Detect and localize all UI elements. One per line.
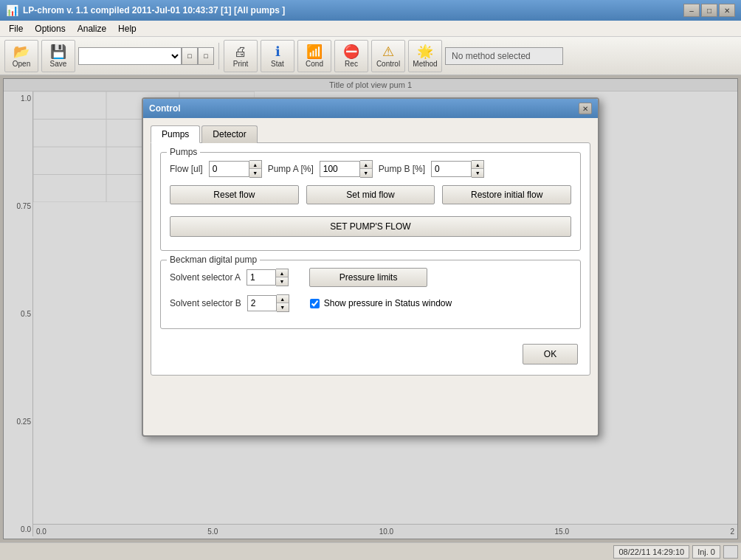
show-pressure-row: Show pressure in Status window bbox=[310, 298, 452, 308]
tab-content-pumps: Pumps Flow [ul] ▲ ▼ Pump A [%] bbox=[151, 142, 590, 376]
flow-label: Flow [ul] bbox=[170, 164, 203, 174]
tab-detector[interactable]: Detector bbox=[201, 125, 257, 143]
save-icon: 💾 bbox=[50, 44, 66, 60]
solvent-a-row: Solvent selector A ▲ ▼ Pressure limits bbox=[170, 268, 571, 287]
solvent-a-down-button[interactable]: ▼ bbox=[276, 277, 288, 286]
dropdown-btn-1[interactable]: □ bbox=[182, 47, 198, 65]
flow-spin-buttons: ▲ ▼ bbox=[249, 160, 262, 178]
pump-a-label: Pump A [%] bbox=[268, 164, 314, 174]
solvent-b-spinner: ▲ ▼ bbox=[247, 294, 289, 312]
flow-input[interactable] bbox=[209, 161, 249, 177]
solvent-b-up-button[interactable]: ▲ bbox=[277, 295, 289, 303]
control-label: Control bbox=[376, 60, 400, 68]
title-bar-left: 📊 LP-chrom v. 1.1 compiled 2011-Jul-01 1… bbox=[6, 4, 285, 16]
cond-label: Cond bbox=[306, 60, 323, 68]
solvent-b-input[interactable] bbox=[247, 295, 277, 311]
toolbar: 📂 Open 💾 Save □ □ 🖨 Print ℹ Stat 📶 Cond … bbox=[0, 37, 741, 75]
title-bar-controls: – □ ✕ bbox=[683, 4, 735, 17]
pump-b-label: Pump B [%] bbox=[379, 164, 425, 174]
cond-icon: 📶 bbox=[306, 44, 323, 60]
toolbar-separator-1 bbox=[218, 43, 219, 69]
show-pressure-checkbox[interactable] bbox=[310, 299, 320, 308]
status-bar: 08/22/11 14:29:10 Inj. 0 bbox=[0, 542, 741, 560]
rec-label: Rec bbox=[345, 60, 358, 68]
pump-a-spinner: ▲ ▼ bbox=[320, 160, 373, 178]
solvent-a-spinner: ▲ ▼ bbox=[247, 269, 289, 286]
dialog-title-bar: Control ✕ bbox=[143, 99, 598, 118]
pump-a-up-button[interactable]: ▲ bbox=[360, 161, 372, 169]
menu-analize[interactable]: Analize bbox=[72, 22, 112, 35]
ok-btn-row: OK bbox=[160, 338, 581, 366]
ok-button[interactable]: OK bbox=[523, 344, 578, 364]
solvent-a-up-button[interactable]: ▲ bbox=[276, 269, 288, 277]
solvent-b-spin-buttons: ▲ ▼ bbox=[277, 294, 289, 312]
control-dialog: Control ✕ Pumps Detector Pumps Flow [ul] bbox=[142, 97, 599, 437]
menu-bar: File Options Analize Help bbox=[0, 21, 741, 37]
open-button[interactable]: 📂 Open bbox=[4, 40, 38, 72]
dialog-close-button[interactable]: ✕ bbox=[579, 103, 592, 114]
title-bar: 📊 LP-chrom v. 1.1 compiled 2011-Jul-01 1… bbox=[0, 0, 741, 21]
modal-overlay: Control ✕ Pumps Detector Pumps Flow [ul] bbox=[0, 75, 741, 542]
set-pumps-flow-button[interactable]: SET PUMP'S FLOW bbox=[170, 216, 571, 237]
method-status: No method selected bbox=[445, 47, 563, 65]
flow-up-button[interactable]: ▲ bbox=[249, 161, 261, 169]
toolbar-dropdown: □ □ bbox=[78, 47, 214, 65]
menu-file[interactable]: File bbox=[3, 22, 29, 35]
solvent-a-input[interactable] bbox=[247, 269, 276, 286]
solvent-a-label: Solvent selector A bbox=[170, 272, 241, 283]
flow-spinner: ▲ ▼ bbox=[209, 160, 262, 178]
save-label: Save bbox=[50, 60, 67, 68]
pump-b-input[interactable] bbox=[431, 161, 472, 177]
pump-a-down-button[interactable]: ▼ bbox=[360, 169, 372, 177]
tab-pumps[interactable]: Pumps bbox=[151, 125, 200, 143]
dropdown-btn-2[interactable]: □ bbox=[198, 47, 214, 65]
show-pressure-label: Show pressure in Status window bbox=[324, 298, 452, 308]
window-title: LP-chrom v. 1.1 compiled 2011-Jul-01 10:… bbox=[23, 5, 285, 15]
pumps-group: Pumps Flow [ul] ▲ ▼ Pump A [%] bbox=[160, 152, 581, 251]
open-icon: 📂 bbox=[13, 44, 30, 60]
method-label-btn: Method bbox=[413, 60, 437, 68]
pump-a-input[interactable] bbox=[320, 161, 360, 177]
control-icon: ⚠ bbox=[382, 44, 394, 60]
menu-options[interactable]: Options bbox=[29, 22, 71, 35]
flow-row: Flow [ul] ▲ ▼ Pump A [%] bbox=[170, 160, 571, 178]
method-icon: 🌟 bbox=[417, 44, 433, 60]
print-label: Print bbox=[233, 60, 249, 68]
restore-flow-button[interactable]: Restore initial flow bbox=[442, 185, 571, 204]
stat-button[interactable]: ℹ Stat bbox=[261, 40, 294, 72]
pressure-limits-button[interactable]: Pressure limits bbox=[309, 268, 427, 287]
solvent-b-row: Solvent selector B ▲ ▼ Show pressur bbox=[170, 294, 571, 312]
flow-down-button[interactable]: ▼ bbox=[249, 169, 261, 177]
stat-icon: ℹ bbox=[275, 44, 280, 60]
status-datetime: 08/22/11 14:29:10 bbox=[613, 545, 689, 559]
dialog-title: Control bbox=[149, 103, 181, 114]
set-mid-flow-button[interactable]: Set mid flow bbox=[306, 185, 435, 204]
dialog-body: Pumps Detector Pumps Flow [ul] ▲ bbox=[143, 118, 598, 383]
tab-bar: Pumps Detector bbox=[151, 125, 590, 143]
pump-b-up-button[interactable]: ▲ bbox=[472, 161, 483, 169]
method-dropdown[interactable] bbox=[78, 47, 182, 65]
beckman-group: Beckman digital pump Solvent selector A … bbox=[160, 260, 581, 329]
minimize-button[interactable]: – bbox=[683, 4, 700, 17]
save-button[interactable]: 💾 Save bbox=[41, 40, 75, 72]
window-close-button[interactable]: ✕ bbox=[719, 4, 735, 17]
menu-help[interactable]: Help bbox=[112, 22, 142, 35]
solvent-b-down-button[interactable]: ▼ bbox=[277, 303, 289, 311]
maximize-button[interactable]: □ bbox=[701, 4, 717, 17]
pump-b-spin-buttons: ▲ ▼ bbox=[472, 160, 484, 178]
pump-b-spinner: ▲ ▼ bbox=[431, 160, 484, 178]
control-button[interactable]: ⚠ Control bbox=[371, 40, 405, 72]
pump-a-spin-buttons: ▲ ▼ bbox=[360, 160, 373, 178]
pump-b-down-button[interactable]: ▼ bbox=[472, 169, 483, 177]
status-handle[interactable] bbox=[723, 545, 738, 559]
pumps-group-label: Pumps bbox=[167, 147, 200, 157]
status-inj: Inj. 0 bbox=[692, 545, 720, 559]
rec-button[interactable]: ⛔ Rec bbox=[334, 40, 368, 72]
reset-flow-button[interactable]: Reset flow bbox=[170, 185, 299, 204]
cond-button[interactable]: 📶 Cond bbox=[297, 40, 331, 72]
print-icon: 🖨 bbox=[234, 44, 247, 60]
print-button[interactable]: 🖨 Print bbox=[224, 40, 258, 72]
open-label: Open bbox=[13, 60, 30, 68]
flow-buttons-row: Reset flow Set mid flow Restore initial … bbox=[170, 185, 571, 204]
method-button[interactable]: 🌟 Method bbox=[408, 40, 442, 72]
